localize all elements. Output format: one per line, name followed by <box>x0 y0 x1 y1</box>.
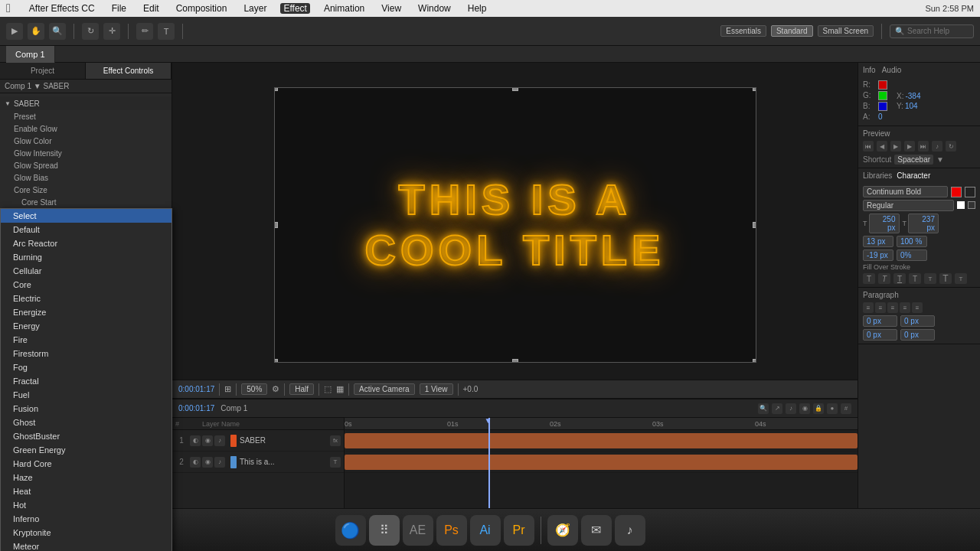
font-color-swatch[interactable] <box>951 187 962 197</box>
dropdown-item-energize[interactable]: Energize <box>1 305 172 319</box>
snap-icon[interactable]: ⊞ <box>224 384 231 394</box>
text-style-t3[interactable]: T <box>893 273 906 284</box>
font-style[interactable]: Regular <box>863 200 954 211</box>
dock-mail[interactable]: ✉ <box>581 515 612 546</box>
menu-view[interactable]: View <box>378 3 404 14</box>
dock-launchpad[interactable]: ⠿ <box>369 515 400 546</box>
dropdown-item-cellular[interactable]: Cellular <box>1 264 172 278</box>
info-title[interactable]: Info <box>863 66 876 74</box>
timeline-btn-search[interactable]: 🔍 <box>758 403 769 414</box>
dropdown-item-hot[interactable]: Hot <box>1 498 172 512</box>
apple-menu[interactable]:  <box>6 2 11 15</box>
handle-tr[interactable] <box>753 87 756 91</box>
text-style-t1[interactable]: T <box>863 273 875 284</box>
timeline-btn-label[interactable]: ● <box>827 403 838 414</box>
preview-play[interactable]: ▶ <box>890 141 901 152</box>
handle-bl[interactable] <box>274 359 278 363</box>
dropdown-item-heat[interactable]: Heat <box>1 484 172 498</box>
preview-prev-frame[interactable]: ◀ <box>877 141 887 152</box>
handle-mr[interactable] <box>753 222 756 228</box>
workspace-essentials[interactable]: Essentials <box>720 25 766 37</box>
layer-audio-1[interactable]: ♪ <box>214 435 225 446</box>
tab-effect-controls[interactable]: Effect Controls <box>86 63 172 79</box>
dropdown-item-ghostbuster[interactable]: GhostBuster <box>1 429 172 443</box>
dropdown-item-burning[interactable]: Burning <box>1 250 172 264</box>
transparency-icon[interactable]: ▦ <box>336 384 344 394</box>
timeline-btn-audio[interactable]: ♪ <box>786 403 796 414</box>
layer-vis-2[interactable]: ◉ <box>202 457 213 468</box>
dropdown-item-firestorm[interactable]: Firestorm <box>1 347 172 360</box>
dropdown-item-select[interactable]: Select <box>1 209 172 223</box>
view-count-select[interactable]: 1 View <box>420 383 453 395</box>
dropdown-item-kryptonite[interactable]: Kryptonite <box>1 526 172 540</box>
audio-title[interactable]: Audio <box>882 66 902 74</box>
menu-effect[interactable]: Effect <box>280 3 309 14</box>
dock-ae[interactable]: AE <box>403 515 433 546</box>
baseline[interactable]: -19 px <box>863 249 893 261</box>
layer-row-2[interactable]: 2 ◐ ◉ ♪ This is a... T <box>172 452 344 473</box>
tab-project[interactable]: Project <box>0 63 86 79</box>
dropdown-item-fusion[interactable]: Fusion <box>1 402 172 416</box>
dropdown-item-haze[interactable]: Haze <box>1 471 172 484</box>
leading[interactable]: 100 % <box>897 236 927 247</box>
dropdown-item-arc-reactor[interactable]: Arc Reactor <box>1 236 172 250</box>
align-justify[interactable]: ≡ <box>900 302 910 313</box>
dropdown-item-core[interactable]: Core <box>1 278 172 292</box>
libraries-title[interactable]: Libraries <box>863 171 892 180</box>
preview-first[interactable]: ⏮ <box>863 141 874 152</box>
dock-ai[interactable]: Ai <box>470 515 501 546</box>
align-center[interactable]: ≡ <box>875 302 886 313</box>
handle-ml[interactable] <box>274 222 278 228</box>
para-space-after[interactable]: 0 px <box>900 329 935 341</box>
menu-layer[interactable]: Layer <box>240 3 270 14</box>
timeline-btn-parent[interactable]: ↗ <box>772 403 782 414</box>
align-right[interactable]: ≡ <box>887 302 898 313</box>
dock-finder[interactable]: 🔵 <box>335 515 366 546</box>
menu-window[interactable]: Window <box>415 3 454 14</box>
layer-solo-2[interactable]: ◐ <box>190 457 201 468</box>
tool-move[interactable]: ✛ <box>103 23 120 40</box>
tool-rotate[interactable]: ↻ <box>82 23 99 40</box>
dropdown-item-inferno[interactable]: Inferno <box>1 512 172 526</box>
character-title[interactable]: Character <box>897 171 930 180</box>
preview-next-frame[interactable]: ▶ <box>904 141 915 152</box>
layer-solo-1[interactable]: ◐ <box>190 435 201 446</box>
align-justify-all[interactable]: ≡ <box>912 302 923 313</box>
workspace-small[interactable]: Small Screen <box>818 25 874 37</box>
tool-select[interactable]: ▶ <box>6 23 23 40</box>
dock-music[interactable]: ♪ <box>615 515 645 546</box>
font-size[interactable]: 250 px <box>869 214 900 233</box>
preview-audio[interactable]: ♪ <box>932 141 942 152</box>
preset-dropdown[interactable]: Select Default Arc Reactor Burning Cellu… <box>0 208 172 551</box>
layer-fx-2[interactable]: T <box>330 457 341 468</box>
viewer-options-icon[interactable]: ⚙ <box>272 384 279 394</box>
dropdown-item-electric[interactable]: Electric <box>1 292 172 305</box>
tool-hand[interactable]: ✋ <box>28 23 44 40</box>
comp-tab[interactable]: Comp 1 <box>6 46 55 63</box>
search-input[interactable] <box>907 27 969 35</box>
layer-fx-1[interactable]: fx <box>330 435 341 446</box>
text-style-t7[interactable]: T <box>955 273 967 284</box>
dropdown-item-fractal[interactable]: Fractal <box>1 374 172 388</box>
text-style-t4[interactable]: T <box>909 273 921 284</box>
para-space-before[interactable]: 0 px <box>863 329 897 341</box>
font-name[interactable]: Continuum Bold <box>863 186 948 197</box>
menu-aftereffects[interactable]: After Effects CC <box>26 3 98 14</box>
shortcut-dropdown-icon[interactable]: ▼ <box>936 155 944 164</box>
menu-composition[interactable]: Composition <box>173 3 230 14</box>
timeline-btn-lock[interactable]: 🔒 <box>813 403 824 414</box>
dropdown-item-energy[interactable]: Energy <box>1 319 172 333</box>
menu-edit[interactable]: Edit <box>140 3 162 14</box>
timeline-btn-video[interactable]: ◉ <box>799 403 810 414</box>
font-size2[interactable]: 237 px <box>908 214 939 233</box>
dropdown-item-fog[interactable]: Fog <box>1 360 172 374</box>
dropdown-item-hard-core[interactable]: Hard Core <box>1 457 172 471</box>
dropdown-item-ghost[interactable]: Ghost <box>1 416 172 429</box>
layer-vis-1[interactable]: ◉ <box>202 435 213 446</box>
text-style-t5[interactable]: T <box>924 273 936 284</box>
align-left[interactable]: ≡ <box>863 302 874 313</box>
dropdown-item-meteor[interactable]: Meteor <box>1 540 172 551</box>
tracking[interactable]: 13 px <box>863 236 893 247</box>
workspace-standard[interactable]: Standard <box>771 25 813 37</box>
tsumi[interactable]: 0% <box>897 249 927 261</box>
